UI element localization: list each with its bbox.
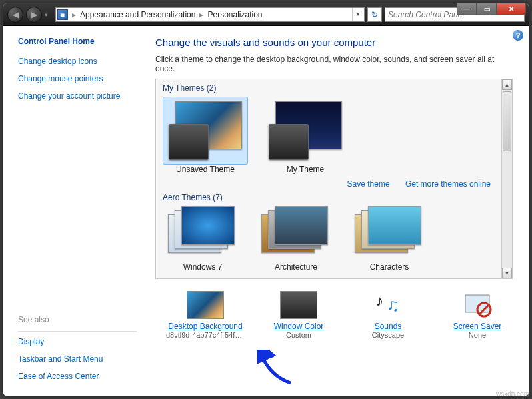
window-color-link[interactable]: Window Color xyxy=(263,322,334,331)
task-change-desktop-icons[interactable]: Change desktop icons xyxy=(18,57,137,66)
help-icon[interactable]: ? xyxy=(513,30,523,41)
address-dropdown-icon[interactable]: ▾ xyxy=(352,8,363,21)
screen-saver-value: None xyxy=(442,331,513,339)
see-also-display[interactable]: Display xyxy=(18,337,137,346)
sounds-value: Cityscape xyxy=(353,331,423,339)
scroll-down-button[interactable]: ▼ xyxy=(502,268,512,278)
history-dropdown[interactable]: ▾ xyxy=(45,11,53,18)
window-color-icon xyxy=(280,291,317,319)
svg-text:♫: ♫ xyxy=(387,295,400,315)
theme-my-theme[interactable]: My Theme xyxy=(263,97,348,174)
control-panel-icon: ▣ xyxy=(57,9,68,20)
theme-label: My Theme xyxy=(263,165,348,174)
breadcrumb-appearance[interactable]: Appearance and Personalization xyxy=(80,10,195,19)
sounds-icon: ♪♫ xyxy=(369,291,407,319)
window-color-thumb xyxy=(269,124,309,160)
back-button[interactable]: ◀ xyxy=(7,7,23,23)
control-panel-home-link[interactable]: Control Panel Home xyxy=(18,37,137,46)
save-theme-link[interactable]: Save theme xyxy=(347,179,390,189)
theme-unsaved[interactable]: Unsaved Theme xyxy=(163,97,248,174)
main-panel: ? Change the visuals and sounds on your … xyxy=(143,26,529,396)
breadcrumb-personalization[interactable]: Personalization xyxy=(207,10,262,19)
see-also-ease-of-access[interactable]: Ease of Access Center xyxy=(18,372,137,381)
theme-windows7[interactable]: Windows 7 xyxy=(163,206,243,272)
scroll-thumb[interactable] xyxy=(503,91,511,151)
theme-label: Characters xyxy=(349,262,429,272)
setting-desktop-background[interactable]: Desktop Background d8vtl9d-4ab77c4f-54fa… xyxy=(166,291,245,339)
maximize-button[interactable]: ▭ xyxy=(477,3,497,15)
see-also-taskbar[interactable]: Taskbar and Start Menu xyxy=(18,354,137,364)
personalization-window: — ▭ ✕ ◀ ▶ ▾ ▣ ▸ Appearance and Personali… xyxy=(3,3,529,396)
scroll-up-button[interactable]: ▲ xyxy=(502,79,512,90)
refresh-button[interactable]: ↻ xyxy=(367,7,382,22)
task-change-mouse-pointers[interactable]: Change mouse pointers xyxy=(18,74,137,83)
close-button[interactable]: ✕ xyxy=(497,3,526,15)
settings-row: Desktop Background d8vtl9d-4ab77c4f-54fa… xyxy=(155,291,513,339)
svg-text:♪: ♪ xyxy=(376,292,383,309)
aero-themes-header: Aero Themes (7) xyxy=(163,193,507,202)
sounds-link[interactable]: Sounds xyxy=(353,322,423,331)
theme-label: Unsaved Theme xyxy=(163,165,248,174)
task-change-account-picture[interactable]: Change your account picture xyxy=(18,91,137,101)
watermark: wsxdn.com xyxy=(496,390,529,398)
aero-themes-row: Windows 7 Architecture Characters xyxy=(163,206,507,272)
my-themes-header: My Themes (2) xyxy=(163,83,507,93)
theme-characters[interactable]: Characters xyxy=(349,206,429,272)
forward-button[interactable]: ▶ xyxy=(26,7,42,23)
breadcrumb-sep-icon: ▸ xyxy=(198,10,205,19)
content-area: Control Panel Home Change desktop icons … xyxy=(3,26,529,396)
theme-architecture[interactable]: Architecture xyxy=(256,206,336,272)
theme-label: Windows 7 xyxy=(163,262,243,272)
sidebar: Control Panel Home Change desktop icons … xyxy=(3,26,143,396)
screen-saver-icon xyxy=(459,291,496,319)
window-color-value: Custom xyxy=(263,331,334,339)
desktop-background-icon xyxy=(187,291,224,319)
screen-saver-link[interactable]: Screen Saver xyxy=(442,322,513,331)
setting-screen-saver[interactable]: Screen Saver None xyxy=(442,291,513,339)
theme-links: Save theme Get more themes online xyxy=(163,177,507,193)
scrollbar[interactable]: ▲ ▼ xyxy=(501,79,512,278)
address-bar[interactable]: ▣ ▸ Appearance and Personalization ▸ Per… xyxy=(55,7,365,22)
setting-window-color[interactable]: Window Color Custom xyxy=(263,291,334,339)
divider xyxy=(18,331,137,332)
themes-listbox: My Themes (2) Unsaved Theme xyxy=(155,79,513,279)
caption-buttons: — ▭ ✕ xyxy=(457,3,526,15)
setting-sounds[interactable]: ♪♫ Sounds Cityscape xyxy=(353,291,423,339)
page-heading: Change the visuals and sounds on your co… xyxy=(155,37,513,48)
window-color-thumb xyxy=(169,124,209,160)
desktop-background-link[interactable]: Desktop Background xyxy=(166,322,245,331)
my-themes-row: Unsaved Theme My Theme xyxy=(163,97,507,174)
desktop-background-value: d8vtl9d-4ab77c4f-54fa-... xyxy=(166,331,245,339)
theme-label: Architecture xyxy=(256,262,336,272)
more-themes-link[interactable]: Get more themes online xyxy=(405,179,491,189)
breadcrumb-sep-icon: ▸ xyxy=(71,10,77,19)
minimize-button[interactable]: — xyxy=(457,3,477,15)
page-instruction: Click a theme to change the desktop back… xyxy=(155,55,513,73)
see-also-label: See also xyxy=(18,315,137,324)
navigation-bar: ◀ ▶ ▾ ▣ ▸ Appearance and Personalization… xyxy=(3,3,529,26)
